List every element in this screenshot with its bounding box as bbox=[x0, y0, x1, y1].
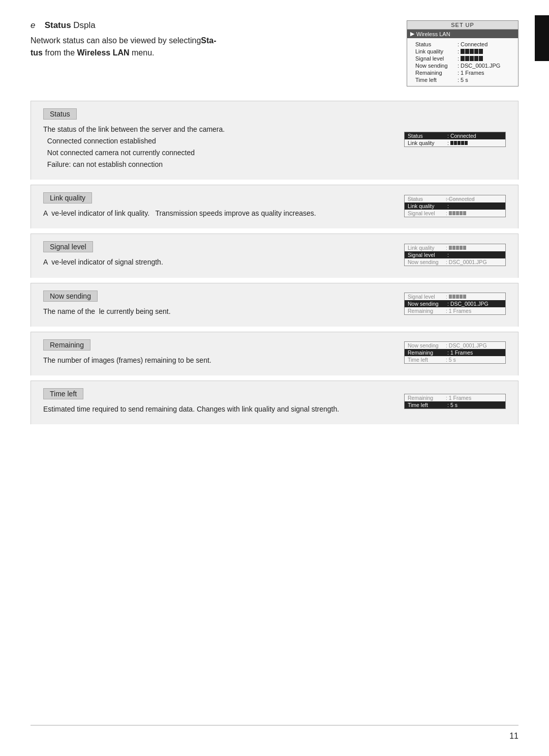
cam-label-remaining: Remaining bbox=[415, 70, 456, 76]
cam-colon-timeleft: : bbox=[458, 77, 459, 83]
header-desc-rest: from the bbox=[43, 48, 77, 57]
slb2a bbox=[452, 246, 455, 250]
b5 bbox=[465, 141, 468, 145]
sbar1 bbox=[461, 56, 465, 61]
cam-menu-label: Wireless LAN bbox=[416, 31, 450, 37]
ss-value-rem: 1 Frames bbox=[450, 350, 473, 356]
header-desc-bold2: Wireless LAN bbox=[77, 48, 130, 57]
section-status-content: Status The status of the link between th… bbox=[43, 108, 392, 170]
ss-label-lq: Link quality bbox=[408, 203, 446, 209]
ss-colon-ns: : bbox=[447, 301, 449, 307]
cam-label-status: Status bbox=[415, 41, 456, 47]
ss-lq-blur-val1: Connected bbox=[447, 196, 475, 202]
section-rem-content: Remaining The number of images (frames) … bbox=[43, 339, 392, 366]
ss-sl-blur1: Link quality : bbox=[405, 244, 505, 251]
ss-ns-blur-val1 bbox=[449, 295, 466, 299]
section-lq-screenshot: Status : Connected Link quality : Signal… bbox=[404, 195, 506, 217]
cam-value-sending: DSC_0001.JPG bbox=[461, 63, 500, 69]
section-link-quality: Link quality A ve-level indicator of lin… bbox=[30, 185, 518, 228]
header-title: e Status Dspla bbox=[30, 20, 396, 31]
ss-value-status: Connected bbox=[450, 133, 476, 139]
b1 bbox=[450, 141, 453, 145]
ss-ns-row-sending: Now sending : DSC_0001.JPG bbox=[405, 300, 505, 307]
spacer2 bbox=[30, 228, 518, 234]
sbar2 bbox=[465, 56, 469, 61]
ss-lq-blur-label2: Signal level bbox=[408, 210, 446, 216]
ss-rem-blur1: Now sending : DSC_0001.JPG bbox=[405, 342, 505, 349]
b4 bbox=[461, 141, 464, 145]
ss-lq-blur-colon2: : bbox=[446, 210, 447, 216]
ss-sl-blur-label1: Link quality bbox=[408, 245, 446, 251]
section-status-label: Status bbox=[43, 108, 77, 120]
section-tl-label: Time left bbox=[43, 388, 83, 399]
ss-value-ns: DSC_0001.JPG bbox=[450, 301, 489, 307]
header-desc-end: menu. bbox=[130, 48, 155, 57]
ss-colon-lq: : bbox=[447, 203, 449, 209]
header-desc-bold1: Sta- bbox=[201, 36, 216, 45]
ss-ns-blur-label2: Remaining bbox=[408, 308, 446, 314]
camera-display: SET UP ▶ Wireless LAN Status : Connected… bbox=[407, 20, 518, 86]
ss-label-sl: Signal level bbox=[408, 252, 446, 258]
slb1 bbox=[449, 211, 452, 215]
header-section: e Status Dspla Network status can also b… bbox=[30, 20, 518, 86]
cam-colon-signal: : bbox=[458, 55, 459, 62]
cam-colon-remaining: : bbox=[458, 70, 459, 76]
page-number: 11 bbox=[509, 732, 518, 741]
ss-ns-blur-colon1: : bbox=[446, 294, 447, 300]
ss-sl-row-signal: Signal level : bbox=[405, 251, 505, 258]
slb4 bbox=[460, 211, 463, 215]
cam-label-timeleft: Time left bbox=[415, 77, 456, 83]
cam-label-link: Link quality bbox=[415, 48, 456, 54]
ss-rem-row-remaining: Remaining : 1 Frames bbox=[405, 349, 505, 356]
cam-row-timeleft: Time left : 5 s bbox=[415, 77, 514, 83]
cam-colon-status: : bbox=[458, 41, 459, 47]
slvb5 bbox=[465, 253, 468, 257]
bar4 bbox=[474, 49, 478, 54]
ss-sl-blur2: Now sending : DSC_0001.JPG bbox=[405, 258, 505, 266]
ss-rem-blur2: Time left : 5 s bbox=[405, 356, 505, 363]
section-tl-content: Time left Estimated time required to sen… bbox=[43, 388, 392, 415]
lqb5 bbox=[465, 204, 468, 208]
lqb1 bbox=[450, 204, 453, 208]
slb2 bbox=[452, 211, 455, 215]
slb5a bbox=[463, 246, 466, 250]
slvb2 bbox=[454, 253, 457, 257]
nsb1 bbox=[449, 295, 452, 299]
black-tab bbox=[535, 15, 549, 61]
ss-sl-blur-val2: DSC_0001.JPG bbox=[447, 259, 487, 265]
section-status-body: The status of the link between the serve… bbox=[43, 124, 392, 170]
b3 bbox=[458, 141, 461, 145]
spacer4 bbox=[30, 327, 518, 332]
section-status-screenshot: Status : Connected Link quality : bbox=[404, 132, 506, 147]
section-ns-content: Now sending The name of the le currently… bbox=[43, 290, 392, 317]
ss-colon-sl: : bbox=[447, 252, 449, 258]
ss-tl-row-timeleft: Time left : 5 s bbox=[405, 401, 505, 409]
cam-row-signal: Signal level : bbox=[415, 55, 514, 62]
ss-tl-blur-label1: Remaining bbox=[408, 395, 446, 401]
ss-lq-blur-label1: Status bbox=[408, 196, 446, 202]
cam-row-status: Status : Connected bbox=[415, 41, 514, 47]
ss-lq-row-link: Link quality : bbox=[405, 202, 505, 210]
cam-row-sending: Now sending : DSC_0001.JPG bbox=[415, 63, 514, 69]
ss-lq-blur1: Status : Connected bbox=[405, 195, 505, 202]
ss-rem-blur-val1: DSC_0001.JPG bbox=[447, 342, 487, 348]
header-text: e Status Dspla Network status can also b… bbox=[30, 20, 396, 59]
ss-ns-blur1: Signal level : bbox=[405, 293, 505, 300]
slvb3 bbox=[458, 253, 461, 257]
spacer1 bbox=[30, 180, 518, 185]
slb4a bbox=[460, 246, 463, 250]
ss-colon-link: : bbox=[447, 140, 449, 146]
ss-label-link: Link quality bbox=[408, 140, 446, 146]
ss-value-link bbox=[450, 141, 468, 145]
cam-row-remaining: Remaining : 1 Frames bbox=[415, 70, 514, 76]
ss-colon-status: : bbox=[447, 133, 449, 139]
ss-sl-blur-label2: Now sending bbox=[408, 259, 446, 265]
cam-value-remaining: 1 Frames bbox=[461, 70, 484, 76]
ss-lq-blur2: Signal level : bbox=[405, 210, 505, 217]
cam-label-signal: Signal level bbox=[415, 55, 456, 62]
ss-value-lq bbox=[450, 204, 468, 208]
nsb2 bbox=[452, 295, 455, 299]
section-lq-body: A ve-level indicator of link quality. Tr… bbox=[43, 208, 392, 219]
cam-value-link bbox=[461, 49, 483, 54]
lqb3 bbox=[458, 204, 461, 208]
